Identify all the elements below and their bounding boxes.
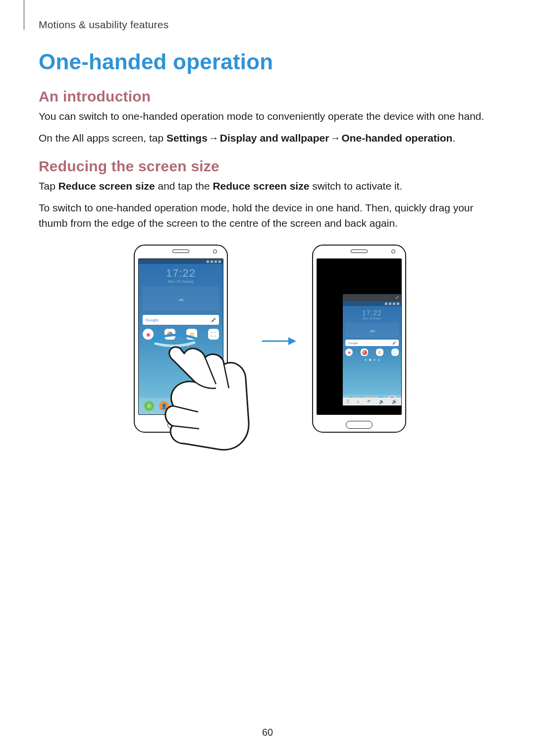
intro-paragraph-2: On the All apps screen, tap Settings → D… [39, 131, 494, 146]
bold-display-wallpaper: Display and wallpaper [220, 132, 329, 144]
home-button [167, 421, 194, 429]
manual-page: Motions & usability features One-handed … [0, 0, 535, 756]
home-screen: 17:22 Mon, 23 January ☁ Google 🎤 ◉ [343, 301, 401, 405]
clock-date: Mon, 23 January [139, 280, 223, 283]
back-icon: ↶ [367, 399, 371, 404]
app-icon: ⛶ [391, 349, 399, 356]
phone-earpiece [351, 250, 368, 253]
bold-reduce-screen-size-1: Reduce screen size [58, 180, 155, 192]
reduced-screen-window: ⤢ 17:22 Mon, 23 January ☁ [343, 294, 401, 405]
clock-date: Mon, 23 January [343, 317, 401, 320]
bold-reduce-screen-size-2: Reduce screen size [213, 180, 309, 192]
text: Tap [39, 180, 58, 192]
phone-screen: ⤢ 17:22 Mon, 23 January ☁ [317, 258, 402, 415]
status-bar [139, 259, 223, 264]
app-icon: ◉ [143, 329, 154, 340]
app-icon [164, 329, 175, 340]
app-row: ◉ ▥ ⛶ [143, 329, 219, 340]
text: and tap the [155, 180, 213, 192]
clock-time: 17:22 [139, 267, 223, 280]
weather-widget: ☁ [143, 286, 219, 311]
figure-row: 17:22 Mon, 23 January ☁ Google 🎤 ◉ [39, 245, 494, 457]
internet-app-icon: 🌐 [189, 401, 199, 411]
clock-widget: 17:22 Mon, 23 January [139, 264, 223, 284]
home-icon: ⌂ [357, 399, 359, 404]
phone-illustration-right: ⤢ 17:22 Mon, 23 January ☁ [312, 245, 406, 433]
running-head: Motions & usability features [39, 19, 168, 31]
app-icon: ◉ [345, 349, 353, 356]
reduce-paragraph-2: To switch to one-handed operation mode, … [39, 201, 494, 231]
app-icon: ▥ [376, 349, 383, 356]
phone-app-icon: ✆ [144, 401, 154, 411]
bold-one-handed-operation: One-handed operation [341, 132, 452, 144]
home-screen: 17:22 Mon, 23 January ☁ Google 🎤 ◉ [139, 259, 223, 414]
svg-marker-2 [288, 337, 296, 345]
page-title: One-handed operation [39, 50, 494, 74]
text: . [452, 132, 455, 144]
text: switch to activate it. [309, 180, 402, 192]
phone-earpiece [172, 250, 189, 253]
search-label: Google [146, 318, 159, 322]
section-heading-introduction: An introduction [39, 88, 494, 105]
content-area: One-handed operation An introduction You… [39, 50, 494, 457]
phone-illustration-left: 17:22 Mon, 23 January ☁ Google 🎤 ◉ [134, 245, 228, 433]
app-row: ◉ ▥ ⛶ [345, 349, 399, 356]
reduced-window-header: ⤢ [343, 294, 401, 301]
transition-arrow-icon [262, 335, 296, 347]
mic-icon: 🎤 [211, 318, 216, 322]
mic-icon: 🎤 [392, 341, 396, 345]
page-number: 60 [0, 727, 535, 738]
app-icon [361, 349, 368, 356]
intro-paragraph-1: You can switch to one-handed operation m… [39, 109, 494, 124]
clock-time: 17:22 [343, 309, 401, 317]
google-search-bar: Google 🎤 [143, 315, 219, 325]
apps-drawer-icon [204, 399, 217, 413]
messages-app-icon: ✉ [174, 401, 184, 411]
page-indicator [365, 359, 380, 361]
search-label: Google [348, 342, 358, 345]
clock-widget: 17:22 Mon, 23 January [343, 306, 401, 321]
margin-rule [24, 0, 24, 30]
figure-before: 17:22 Mon, 23 January ☁ Google 🎤 ◉ [127, 245, 246, 457]
volume-down-icon: 🔈 [379, 399, 384, 404]
phone-screen: 17:22 Mon, 23 January ☁ Google 🎤 ◉ [138, 258, 223, 415]
google-search-bar: Google 🎤 [345, 340, 399, 346]
weather-widget: ☁ [345, 322, 399, 337]
arrow-glyph: → [208, 131, 220, 146]
soft-nav-bar: ⌷ ⌂ ↶ 🔈 🔊 [343, 398, 401, 405]
section-heading-reducing: Reducing the screen size [39, 158, 494, 175]
cloud-icon: ☁ [369, 326, 375, 334]
resize-icon: ⤢ [395, 295, 399, 300]
arrow-glyph: → [329, 131, 341, 146]
text: On the All apps screen, tap [39, 132, 166, 144]
app-icon: ▥ [186, 329, 197, 340]
volume-up-icon: 🔊 [392, 399, 397, 404]
app-icon: ⛶ [208, 329, 219, 340]
reduced-window-content: 17:22 Mon, 23 January ☁ Google 🎤 ◉ [343, 301, 401, 405]
cloud-icon: ☁ [177, 295, 184, 302]
bold-settings: Settings [166, 132, 208, 144]
home-button [346, 421, 373, 429]
status-bar [343, 301, 401, 306]
contacts-app-icon: 👤 [159, 401, 169, 411]
page-indicator [173, 345, 189, 347]
recent-apps-icon: ⌷ [347, 399, 349, 404]
dock: ✆ 👤 ✉ 🌐 [139, 398, 223, 414]
reduce-paragraph-1: Tap Reduce screen size and tap the Reduc… [39, 179, 494, 194]
